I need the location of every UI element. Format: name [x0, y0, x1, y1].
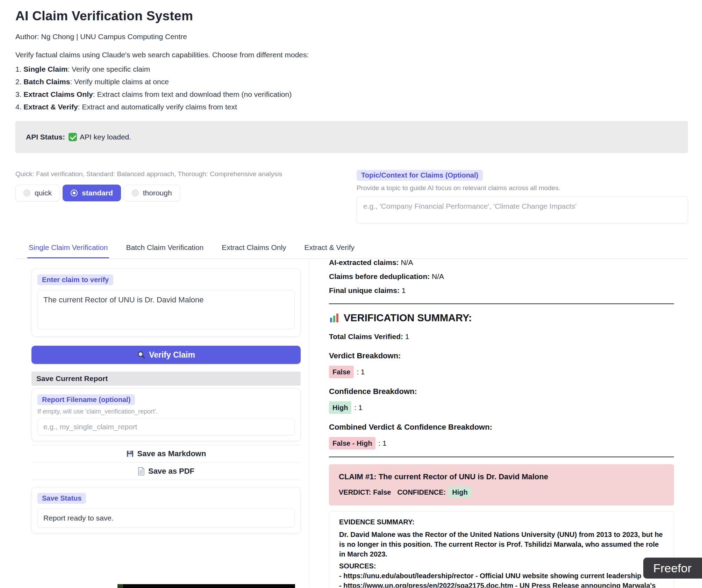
- magnifier-icon: [137, 351, 145, 359]
- topic-context-group: Topic/Context for Claims (Optional) Prov…: [357, 170, 688, 225]
- background-video-strip: [117, 584, 295, 588]
- floppy-disk-icon: [126, 450, 134, 458]
- api-status-banner: API Status: API key loaded.: [15, 121, 688, 153]
- stat-claims-before-dedup: Claims before deduplication: N/A: [329, 271, 674, 282]
- mode-option-standard[interactable]: standard: [63, 185, 121, 201]
- verification-mode-radio-group: quick standard thorough: [15, 185, 357, 201]
- report-filename-input[interactable]: [37, 418, 295, 435]
- results-content: AI-extracted claims: N/A Claims before d…: [329, 259, 674, 588]
- save-status-block: Save Status Report ready to save.: [31, 487, 301, 533]
- app-window: AI Claim Verification System Author: Ng …: [0, 0, 702, 588]
- claim-form-column: Enter claim to verify The current Rector…: [31, 259, 301, 588]
- evidence-title: EVIDENCE SUMMARY:: [339, 517, 664, 527]
- claim-textarea[interactable]: The current Rector of UNU is Dr. David M…: [37, 290, 295, 329]
- verification-mode-group: Quick: Fast verification, Standard: Bala…: [15, 170, 357, 225]
- source-line: - https://www.un.org/press/en/2022/sga21…: [339, 581, 664, 588]
- sources-label: SOURCES:: [339, 561, 664, 571]
- confidence-breakdown-value: High: 1: [329, 401, 674, 414]
- tab-single-claim-verification[interactable]: Single Claim Verification: [27, 239, 109, 258]
- save-status-label: Save Status: [37, 493, 86, 504]
- stat-total-claims-verified: Total Claims Verified: 1: [329, 331, 674, 343]
- evidence-summary-text: Dr. David Malone was the Rector of the U…: [339, 530, 664, 559]
- api-status-label: API Status:: [26, 133, 65, 141]
- author-line: Author: Ng Chong | UNU Campus Computing …: [15, 32, 688, 41]
- mode-description-item: Batch Claims: Verify multiple claims at …: [15, 77, 688, 87]
- save-status-value[interactable]: Report ready to save.: [37, 509, 295, 528]
- verify-claim-button[interactable]: Verify Claim: [31, 346, 301, 364]
- topic-hint: Provide a topic to guide AI focus on rel…: [357, 184, 688, 192]
- radio-selected-icon: [71, 189, 78, 196]
- page-title: AI Claim Verification System: [15, 8, 688, 24]
- save-as-markdown-button[interactable]: Save as Markdown: [31, 445, 301, 462]
- verdict-false-badge: False: [329, 366, 354, 378]
- mode-hint: Quick: Fast verification, Standard: Bala…: [15, 170, 357, 178]
- report-filename-block: Report Filename (optional) If empty, wil…: [31, 388, 301, 441]
- check-icon: [69, 133, 77, 141]
- intro-text: Verify factual claims using Claude's web…: [15, 50, 688, 59]
- api-status-message: API key loaded.: [80, 133, 131, 141]
- mode-description-item: Extract & Verify: Extract and automatica…: [15, 102, 688, 112]
- claim-input-label: Enter claim to verify: [37, 274, 113, 285]
- stat-ai-extracted-claims: AI-extracted claims: N/A: [329, 259, 674, 268]
- claim-result-title: CLAIM #1: The current Rector of UNU is D…: [339, 472, 664, 482]
- topic-input[interactable]: [357, 196, 688, 223]
- freeform-app-overlay[interactable]: Freefor: [643, 558, 702, 579]
- save-report-header: Save Current Report: [31, 372, 301, 386]
- tab-batch-claim-verification[interactable]: Batch Claim Verification: [124, 239, 205, 258]
- stat-final-unique-claims: Final unique claims: 1: [329, 285, 674, 296]
- divider: [329, 457, 674, 457]
- verdict-breakdown-label: Verdict Breakdown:: [329, 351, 674, 361]
- radio-icon: [132, 189, 139, 196]
- mode-description-item: Single Claim: Verify one specific claim: [15, 64, 688, 74]
- verification-summary-heading: VERIFICATION SUMMARY:: [329, 311, 674, 324]
- main-content: Enter claim to verify The current Rector…: [15, 259, 688, 588]
- report-filename-hint: If empty, will use 'claim_verification_r…: [37, 408, 295, 415]
- mode-description-item: Extract Claims Only: Extract claims from…: [15, 89, 688, 99]
- controls-row: Quick: Fast verification, Standard: Bala…: [15, 170, 688, 225]
- verdict-breakdown-value: False: 1: [329, 366, 674, 378]
- tab-bar: Single Claim Verification Batch Claim Ve…: [15, 239, 688, 259]
- combined-badge: False - High: [329, 437, 375, 450]
- source-line: - https://unu.edu/about/leadership/recto…: [339, 571, 664, 581]
- combined-breakdown-label: Combined Verdict & Confidence Breakdown:: [329, 422, 674, 432]
- claim-result-verdict-line: VERDICT:FalseCONFIDENCE:High: [339, 487, 664, 498]
- mode-description-list: Single Claim: Verify one specific claim …: [15, 64, 688, 112]
- save-as-pdf-button[interactable]: Save as PDF: [31, 462, 301, 480]
- claim-input-block: Enter claim to verify The current Rector…: [31, 268, 301, 337]
- mode-option-quick[interactable]: quick: [15, 185, 60, 201]
- divider: [329, 303, 674, 304]
- evidence-card: EVIDENCE SUMMARY: Dr. David Malone was t…: [329, 511, 674, 588]
- claim-confidence-badge: High: [449, 487, 471, 498]
- tab-extract-claims-only[interactable]: Extract Claims Only: [220, 239, 287, 258]
- document-icon: [138, 467, 145, 475]
- claim-result-card: CLAIM #1: The current Rector of UNU is D…: [329, 464, 674, 505]
- results-panel[interactable]: AI-extracted claims: N/A Claims before d…: [309, 259, 674, 588]
- confidence-high-badge: High: [329, 401, 351, 414]
- mode-option-thorough[interactable]: thorough: [124, 185, 180, 201]
- topic-label: Topic/Context for Claims (Optional): [357, 170, 483, 181]
- tab-extract-and-verify[interactable]: Extract & Verify: [303, 239, 356, 258]
- bar-chart-icon: [329, 313, 339, 323]
- report-filename-label: Report Filename (optional): [37, 394, 135, 405]
- save-buttons: Save as Markdown Save as PDF: [31, 445, 301, 480]
- confidence-breakdown-label: Confidence Breakdown:: [329, 387, 674, 396]
- radio-icon: [23, 189, 30, 196]
- combined-breakdown-value: False - High: 1: [329, 437, 674, 450]
